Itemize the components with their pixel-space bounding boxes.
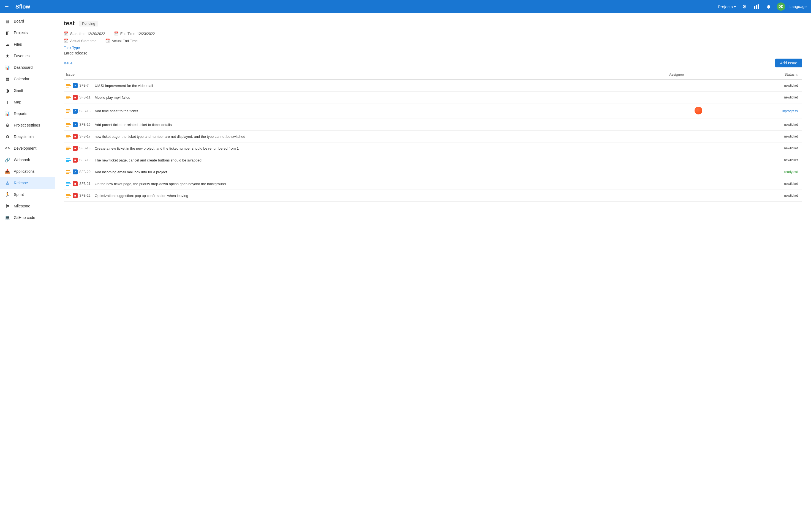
status-cell-3: newticket [730, 119, 802, 131]
status-cell-6: newticket [730, 154, 802, 166]
sidebar-label-files: Files [14, 42, 22, 46]
table-row[interactable]: ■SFB-11Mobile play mp4 failednewticket [64, 92, 802, 104]
actual-start-time: 📅 Actual Start time [64, 38, 96, 43]
sidebar-item-development[interactable]: <>Development [0, 142, 55, 154]
issue-cell-9: ■SFB-22Optimization suggestion: pop up c… [64, 190, 667, 202]
sidebar-item-dashboard[interactable]: 📊Dashboard [0, 62, 55, 73]
table-row[interactable]: ■SFB-19The new ticket page, cancel and c… [64, 154, 802, 166]
type-icon: ✓ [73, 109, 78, 114]
table-row[interactable]: ■SFB-18Create a new ticket in the new pr… [64, 142, 802, 154]
user-avatar[interactable]: DD [777, 2, 785, 11]
sidebar-item-board[interactable]: ▦Board [0, 15, 55, 27]
sidebar-item-release[interactable]: ⚠Release [0, 177, 55, 189]
topnav: ☰ Sflow Projects ▾ ⚙ DD Language [0, 0, 811, 13]
development-icon: <> [4, 145, 11, 151]
priority-icon [66, 194, 71, 198]
projects-menu[interactable]: Projects ▾ [718, 4, 736, 9]
svg-rect-2 [758, 4, 759, 9]
issue-title: Add incoming email mail box info for a p… [95, 170, 167, 174]
applications-icon: 📥 [4, 168, 11, 174]
sidebar-label-dashboard: Dashboard [14, 65, 33, 69]
status-cell-1: newticket [730, 92, 802, 104]
sidebar-item-webhook[interactable]: 🔗Webhook [0, 154, 55, 166]
table-row[interactable]: ✓SFB-20Add incoming email mail box info … [64, 166, 802, 178]
priority-icon [66, 84, 71, 88]
table-row[interactable]: ■SFB-17new ticket page, the ticket type … [64, 131, 802, 142]
issue-id: SFB-18 [79, 146, 93, 150]
calendar-icon: ▦ [4, 76, 11, 82]
status-cell-5: newticket [730, 142, 802, 154]
sidebar-item-sprint[interactable]: 🏃Sprint [0, 189, 55, 200]
favorites-icon: ★ [4, 53, 11, 59]
dashboard-icon: 📊 [4, 64, 11, 71]
sidebar-label-sprint: Sprint [14, 192, 24, 197]
issue-id: SFB-22 [79, 194, 93, 198]
issue-cell-0: ✓SFB-7UI/UX improvement for the video ca… [64, 79, 667, 92]
sidebar-label-applications: Applications [14, 169, 35, 174]
priority-icon [66, 170, 71, 174]
recycle-bin-icon: ♻ [4, 134, 11, 140]
priority-icon [66, 158, 71, 162]
issue-section-label: Issue [64, 61, 72, 65]
assignee-cell-3 [667, 119, 730, 131]
sidebar-label-development: Development [14, 146, 36, 151]
issue-title: The new ticket page, cancel and create b… [95, 158, 201, 162]
sidebar-item-milestone[interactable]: ⚑Milestone [0, 200, 55, 212]
issue-cell-1: ■SFB-11Mobile play mp4 failed [64, 92, 667, 104]
settings-icon[interactable]: ⚙ [740, 3, 748, 11]
sidebar-item-projects[interactable]: ◧Projects [0, 27, 55, 38]
sidebar-label-webhook: Webhook [14, 158, 30, 162]
sidebar-item-github-code[interactable]: 💻GitHub code [0, 212, 55, 223]
add-issue-button[interactable]: Add Issue [775, 59, 802, 67]
sidebar-label-map: Map [14, 100, 21, 104]
sidebar-item-recycle-bin[interactable]: ♻Recycle bin [0, 131, 55, 142]
table-row[interactable]: ■SFB-22Optimization suggestion: pop up c… [64, 190, 802, 202]
issue-section-header: Issue Add Issue [64, 59, 802, 67]
type-icon: ✓ [73, 170, 78, 174]
issue-title: Add time sheet to the ticket [95, 109, 138, 113]
sidebar-item-project-settings[interactable]: ⚙Project settings [0, 120, 55, 131]
table-row[interactable]: ✓SFB-15Add parent ticket or related tick… [64, 119, 802, 131]
issue-table-body: ✓SFB-7UI/UX improvement for the video ca… [64, 79, 802, 202]
sidebar-label-board: Board [14, 19, 24, 24]
sidebar-item-favorites[interactable]: ★Favorites [0, 50, 55, 62]
priority-icon [66, 135, 71, 138]
status-cell-0: newticket [730, 79, 802, 92]
sidebar-label-favorites: Favorites [14, 53, 30, 58]
language-selector[interactable]: Language [790, 4, 807, 9]
sidebar-item-gantt[interactable]: ◑Gantt [0, 85, 55, 96]
assignee-cell-7 [667, 166, 730, 178]
issue-cell-3: ✓SFB-15Add parent ticket or related tick… [64, 119, 667, 131]
issue-id: SFB-21 [79, 182, 93, 186]
table-row[interactable]: ✓SFB-13Add time sheet to the ticketinpro… [64, 104, 802, 119]
menu-icon[interactable]: ☰ [4, 3, 9, 10]
issue-table: Issue Assignee Status ⇅ ✓SFB-7UI/UX impr… [64, 69, 802, 202]
issue-title: Optimization suggestion: pop up confirma… [95, 194, 188, 198]
map-icon: ◫ [4, 99, 11, 105]
sidebar-item-applications[interactable]: 📥Applications [0, 166, 55, 177]
issue-id: SFB-20 [79, 170, 93, 174]
table-row[interactable]: ■SFB-21On the new ticket page, the prior… [64, 178, 802, 190]
gantt-icon: ◑ [4, 88, 11, 94]
sidebar-item-map[interactable]: ◫Map [0, 96, 55, 108]
sidebar-label-release: Release [14, 181, 28, 185]
sidebar-label-projects: Projects [14, 31, 28, 35]
col-status: Status ⇅ [730, 69, 802, 79]
svg-rect-0 [754, 6, 755, 9]
table-row[interactable]: ✓SFB-7UI/UX improvement for the video ca… [64, 79, 802, 92]
reports-icon: 📊 [4, 111, 11, 116]
avatar [694, 107, 702, 114]
priority-icon [66, 123, 71, 127]
milestone-icon: ⚑ [4, 203, 11, 209]
sidebar-item-calendar[interactable]: ▦Calendar [0, 73, 55, 85]
assignee-cell-4 [667, 131, 730, 142]
assignee-cell-5 [667, 142, 730, 154]
status-cell-7: readytest [730, 166, 802, 178]
sidebar-item-files[interactable]: ☁Files [0, 38, 55, 50]
sidebar-item-reports[interactable]: 📊Reports [0, 108, 55, 120]
task-type-label: Task Type [64, 46, 802, 50]
analytics-icon[interactable] [753, 3, 760, 11]
type-icon: ✓ [73, 83, 78, 88]
bell-icon[interactable] [765, 3, 772, 11]
issue-cell-5: ■SFB-18Create a new ticket in the new pr… [64, 142, 667, 154]
